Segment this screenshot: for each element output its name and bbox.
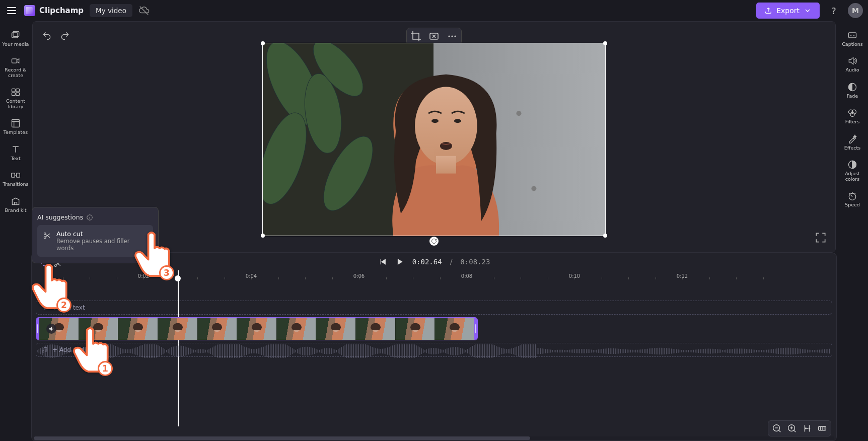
svg-point-14 [454, 35, 456, 37]
playback-controls: 0:02.64 / 0:08.23 [378, 257, 490, 266]
cloud-sync-off-icon[interactable] [138, 5, 150, 16]
sidebar-brand-kit[interactable]: Brand kit [2, 193, 30, 216]
svg-point-26 [454, 119, 461, 123]
svg-rect-5 [16, 89, 20, 92]
svg-rect-9 [12, 173, 15, 177]
fullscreen-button[interactable] [814, 231, 827, 244]
scissors-sparkle-icon [42, 231, 51, 240]
skip-start-button[interactable] [378, 257, 387, 266]
more-options-button[interactable] [446, 30, 458, 42]
info-icon [86, 214, 93, 221]
svg-rect-29 [849, 33, 856, 38]
ai-auto-cut-item[interactable]: Auto cut Remove pauses and filler words [37, 225, 153, 257]
waveform [37, 344, 831, 358]
svg-point-24 [415, 87, 477, 165]
svg-point-17 [531, 186, 536, 191]
clip-trim-right[interactable] [474, 318, 477, 340]
preview-toolbar [406, 28, 462, 45]
sidebar-captions[interactable]: Captions [838, 27, 866, 50]
project-title[interactable]: My video [90, 4, 132, 17]
audio-track-placeholder: + Add audio [52, 346, 90, 353]
current-time: 0:02.64 [412, 258, 442, 266]
zoom-fit-button[interactable] [802, 423, 813, 434]
svg-rect-6 [12, 93, 16, 96]
sidebar-fade[interactable]: Fade [838, 79, 866, 102]
svg-rect-1 [12, 33, 18, 38]
resize-handle-bl[interactable] [261, 234, 265, 238]
svg-point-16 [517, 111, 522, 116]
zoom-out-button[interactable] [771, 423, 782, 434]
playhead-handle[interactable] [175, 275, 181, 281]
sidebar-speed[interactable]: Speed [838, 188, 866, 210]
top-bar: Clipchamp My video Export ? M [0, 0, 868, 21]
svg-rect-28 [436, 156, 456, 174]
app-logo[interactable]: Clipchamp [24, 5, 84, 16]
clipchamp-logo-icon [24, 5, 35, 16]
zoom-timeline-button[interactable] [817, 423, 828, 434]
total-time: 0:08.23 [460, 258, 490, 266]
export-label: Export [776, 7, 800, 15]
svg-rect-2 [13, 32, 19, 37]
svg-point-12 [448, 35, 450, 37]
clip-audio-toggle[interactable] [46, 324, 56, 334]
resize-handle-tr[interactable] [603, 41, 607, 45]
rotate-handle[interactable] [429, 237, 439, 246]
svg-point-38 [44, 237, 46, 239]
timeline-zoom-controls [768, 420, 831, 436]
ai-item-desc: Remove pauses and filler words [56, 238, 148, 252]
svg-point-40 [54, 265, 56, 267]
svg-rect-3 [12, 59, 17, 63]
sidebar-record-create[interactable]: Record & create [2, 53, 30, 81]
resize-handle-tl[interactable] [261, 41, 265, 45]
undo-button[interactable] [42, 31, 52, 41]
redo-button[interactable] [60, 31, 70, 41]
sidebar-effects[interactable]: Effects [838, 131, 866, 154]
fit-button[interactable] [428, 30, 440, 42]
svg-point-13 [451, 35, 453, 37]
svg-rect-10 [17, 173, 20, 177]
resize-handle-br[interactable] [603, 234, 607, 238]
sidebar-text[interactable]: Text [2, 141, 30, 164]
timeline-ruler[interactable]: 0:020:040:060:080:100:12 [32, 274, 836, 286]
help-button[interactable]: ? [826, 3, 842, 19]
text-track[interactable]: + Add text [36, 301, 832, 315]
video-clip[interactable] [36, 317, 478, 340]
sidebar-content-library[interactable]: Content library [2, 84, 30, 112]
app-name: Clipchamp [39, 6, 84, 15]
user-avatar[interactable]: M [848, 3, 863, 18]
ai-popup-title: AI suggestions [37, 213, 83, 221]
sidebar-your-media[interactable]: Your media [2, 27, 30, 50]
preview-frame[interactable] [262, 43, 606, 236]
sidebar-adjust-colors[interactable]: Adjust colors [838, 157, 866, 185]
chevron-down-icon [804, 7, 812, 15]
text-track-placeholder: + Add text [52, 304, 85, 311]
play-button[interactable] [395, 257, 404, 266]
timeline-scrollbar[interactable] [34, 436, 834, 440]
timeline-panel: AI suggestions Auto cut Remove pauses an… [31, 253, 837, 441]
sidebar-templates[interactable]: Templates [2, 115, 30, 138]
svg-point-35 [849, 193, 855, 200]
sidebar-filters[interactable]: Filters [838, 105, 866, 127]
svg-point-37 [44, 233, 46, 235]
svg-point-25 [431, 119, 439, 123]
svg-rect-8 [12, 120, 20, 127]
left-sidebar: Your media Record & create Content libra… [0, 21, 31, 253]
right-sidebar: Captions Audio Fade Filters Effects Adju… [837, 21, 868, 253]
sidebar-transitions[interactable]: Transitions [2, 167, 30, 190]
video-track [36, 317, 832, 340]
ai-item-title: Auto cut [56, 230, 148, 238]
zoom-in-button[interactable] [786, 423, 798, 434]
svg-line-0 [140, 7, 149, 15]
hamburger-menu[interactable] [5, 4, 18, 17]
clip-trim-left[interactable] [36, 318, 39, 340]
sidebar-audio[interactable]: Audio [838, 53, 866, 76]
svg-rect-7 [16, 93, 20, 96]
audio-track[interactable]: + Add audio [36, 343, 832, 357]
time-separator: / [450, 258, 453, 266]
text-icon [41, 304, 48, 311]
preview-video-frame [263, 43, 605, 236]
export-button[interactable]: Export [756, 3, 820, 19]
crop-button[interactable] [410, 30, 422, 42]
ai-suggestions-popup: AI suggestions Auto cut Remove pauses an… [32, 207, 159, 263]
svg-rect-4 [12, 89, 16, 92]
